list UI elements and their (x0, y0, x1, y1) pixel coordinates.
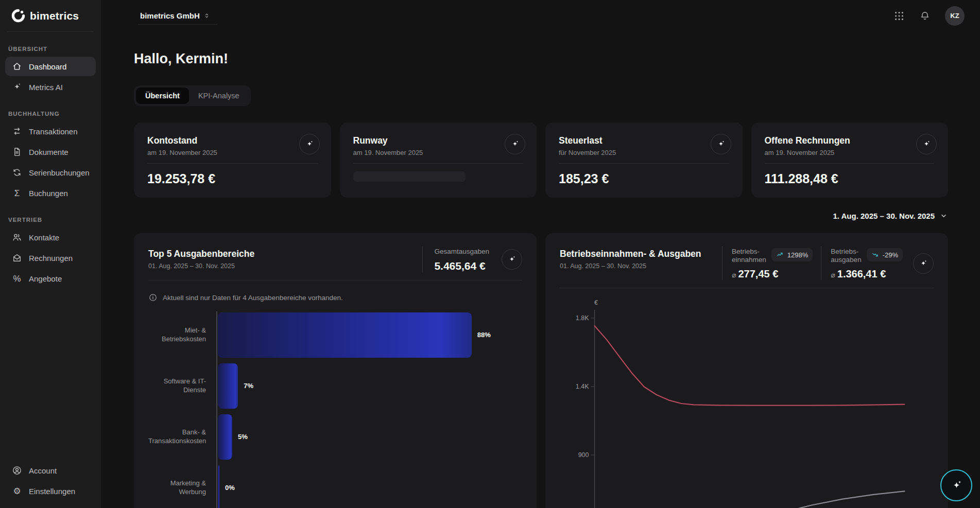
kpi-subtitle: am 19. November 2025 (353, 149, 524, 156)
sidebar-item-label: Einstellungen (29, 487, 75, 496)
date-range-selector[interactable]: 1. Aug. 2025 – 30. Nov. 2025 (833, 212, 935, 220)
kpi-title: Runway (353, 135, 524, 146)
document-icon (12, 147, 22, 157)
bar-zone: 7% (213, 363, 522, 409)
trend-badge: 1298% (771, 248, 813, 261)
ai-insight-button[interactable] (505, 134, 525, 154)
bar (218, 363, 238, 409)
stat-block-income: Betriebs-einnahmen1298%⌀277,45 € (723, 247, 821, 280)
sidebar-item-rechnungen[interactable]: Rechnungen (5, 248, 96, 268)
chart-note: Aktuell sind nur Daten für 4 Ausgabenber… (148, 293, 522, 302)
ai-insight-button[interactable] (299, 134, 320, 154)
ai-insight-button[interactable] (502, 249, 522, 270)
sparkle-icon (507, 255, 517, 264)
bar-value-label: 7% (244, 382, 253, 390)
kpi-value: 185,23 € (559, 171, 729, 186)
kpi-card-runway: Runwayam 19. November 2025 (340, 122, 537, 198)
nav-section-label: ÜBERSICHT (8, 46, 93, 52)
tab-kpi-analyse[interactable]: KPI-Analyse (189, 87, 249, 104)
chart-note-text: Aktuell sind nur Daten für 4 Ausgabenber… (163, 294, 343, 302)
sidebar-item-label: Transaktionen (29, 127, 78, 136)
topbar-actions: KZ (893, 6, 965, 26)
sidebar-item-dashboard[interactable]: Dashboard (5, 57, 96, 76)
company-selector[interactable]: bimetrics GmbH (140, 11, 211, 20)
stats-container: Betriebs-einnahmen1298%⌀277,45 €Betriebs… (722, 247, 911, 280)
kpi-title: Offene Rechnungen (765, 135, 935, 146)
info-icon (148, 293, 158, 302)
bar (218, 465, 219, 508)
kpi-value: 111.288,48 € (765, 171, 935, 186)
loading-skeleton (353, 171, 466, 182)
ai-insight-button[interactable] (916, 134, 937, 154)
contacts-icon (12, 232, 22, 242)
sidebar-item-kontakte[interactable]: Kontakte (5, 227, 96, 247)
brand-name: bimetrics (30, 10, 79, 22)
sparkle-icon (922, 139, 931, 149)
line-series-betriebsausgaben (595, 326, 905, 406)
bar-zone: 0% (213, 465, 522, 508)
bimetrics-logo-icon (11, 9, 25, 23)
view-tabs: ÜbersichtKPI-Analyse (134, 85, 251, 106)
sidebar-item-buchungen[interactable]: ΣBuchungen (5, 183, 96, 203)
kpi-subtitle: für November 2025 (559, 149, 729, 156)
average-symbol: ⌀ (732, 271, 736, 279)
topbar: bimetrics GmbH KZ (101, 0, 980, 31)
income-expenses-title: Betriebseinnahmen- & Ausgaben (560, 249, 722, 259)
gear-icon: ⚙ (12, 486, 22, 496)
stat-label-line: Betriebs- (732, 248, 766, 256)
bar-zone: 5% (213, 414, 522, 460)
sparkle-icon (12, 82, 22, 92)
trend-up-icon (776, 251, 784, 259)
sidebar-item-label: Account (29, 466, 57, 475)
sidebar-item-angebote[interactable]: %Angebote (5, 269, 96, 288)
nav-section-label: BUCHHALTUNG (8, 111, 93, 117)
stat-label-line: Betriebs- (831, 248, 861, 256)
percent-icon: % (12, 273, 22, 284)
sidebar-item-dokumente[interactable]: Dokumente (5, 142, 96, 162)
bell-icon[interactable] (919, 10, 931, 22)
bar (218, 312, 472, 358)
sidebar-item-serienbuchungen[interactable]: Serienbuchungen (5, 163, 96, 182)
sidebar-item-label: Serienbuchungen (29, 168, 90, 177)
account-icon (12, 465, 22, 476)
sidebar: bimetrics ÜBERSICHTDashboardMetrics AIBU… (0, 0, 101, 508)
sidebar-item-metrics-ai[interactable]: Metrics AI (5, 77, 96, 97)
apps-grid-icon[interactable] (893, 10, 905, 22)
bar-category-label: Miet- & Betriebskosten (148, 326, 213, 344)
tab-übersicht[interactable]: Übersicht (136, 87, 189, 104)
app-root: bimetrics ÜBERSICHTDashboardMetrics AIBU… (0, 0, 980, 508)
average-value: 277,45 € (738, 268, 778, 279)
trend-badge: -29% (867, 248, 903, 261)
bar-chart: Miet- & Betriebskosten88%Software & IT-D… (148, 309, 522, 508)
kpi-title: Kontostand (147, 135, 318, 146)
stat-block-expenses: Betriebs-ausgaben-29%⌀1.366,41 € (821, 247, 911, 280)
sparkle-icon (716, 139, 726, 149)
ai-insight-button[interactable] (711, 134, 731, 154)
stat-label-line: einnahmen (732, 256, 766, 264)
income-expenses-header: Betriebseinnahmen- & Ausgaben 01. Aug. 2… (560, 247, 934, 280)
trend-value: 1298% (787, 251, 808, 259)
ai-insight-button[interactable] (913, 253, 934, 274)
kpi-card-offene-rechnungen: Offene Rechnungenam 19. November 2025111… (751, 122, 949, 198)
line-chart: €1.8K1.4K900450 (560, 291, 934, 508)
bar-value-label: 0% (225, 484, 235, 492)
sidebar-item-einstellungen[interactable]: ⚙Einstellungen (5, 481, 96, 501)
avatar[interactable]: KZ (945, 6, 965, 26)
y-axis-tick-label: 900 (578, 451, 589, 459)
kpi-subtitle: am 19. November 2025 (147, 149, 318, 156)
average-symbol: ⌀ (831, 271, 835, 279)
sidebar-item-transaktionen[interactable]: Transaktionen (5, 121, 96, 141)
sparkle-icon (305, 139, 314, 149)
stat-average: ⌀277,45 € (732, 268, 813, 280)
chevron-down-icon[interactable] (939, 212, 948, 220)
kpi-value: 19.253,78 € (147, 171, 318, 186)
kpi-title: Steuerlast (559, 135, 729, 146)
sidebar-item-label: Dashboard (29, 62, 66, 71)
y-axis-tick-label: 1.8K (576, 314, 589, 322)
sidebar-item-account[interactable]: Account (5, 461, 96, 480)
repeat-icon (12, 167, 22, 178)
expenses-chart-title: Top 5 Ausgabenbereiche (148, 249, 422, 259)
sidebar-item-label: Metrics AI (29, 83, 63, 92)
kpi-subtitle: am 19. November 2025 (765, 149, 935, 156)
ai-assistant-fab[interactable] (940, 469, 972, 501)
